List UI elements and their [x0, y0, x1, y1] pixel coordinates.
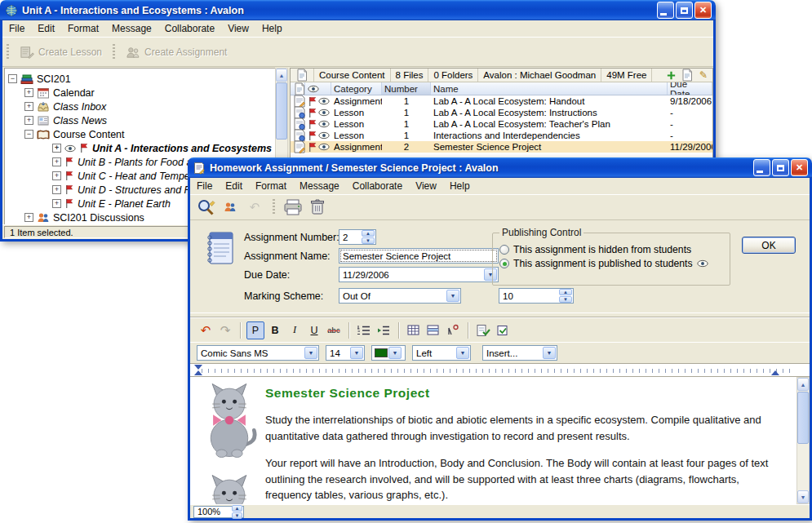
strikethrough-button[interactable]: abc: [325, 321, 343, 339]
scroll-down-icon[interactable]: ▼: [797, 490, 809, 503]
col-due-date[interactable]: Due Date: [668, 82, 712, 95]
create-lesson-button[interactable]: Create Lesson: [13, 42, 109, 62]
search-button[interactable]: [195, 197, 216, 218]
zoom-stepper[interactable]: 100% ▲▼: [193, 506, 244, 518]
menu-view[interactable]: View: [409, 178, 443, 195]
scroll-up-icon[interactable]: ▲: [276, 69, 287, 82]
col-visibility[interactable]: [305, 82, 331, 95]
chevron-down-icon[interactable]: ▼: [446, 290, 459, 302]
tree-item-course-content[interactable]: − Course Content: [5, 127, 275, 141]
create-assignment-button[interactable]: Create Assignment: [119, 42, 233, 62]
font-color-dropdown[interactable]: ▼: [371, 345, 406, 361]
ok-button[interactable]: OK: [742, 237, 796, 254]
collapse-icon[interactable]: −: [24, 130, 33, 139]
spell-check-button[interactable]: [474, 321, 492, 339]
redo-button[interactable]: ↷: [216, 321, 234, 339]
ruler[interactable]: [190, 363, 810, 377]
scroll-thumb[interactable]: [276, 82, 287, 140]
chevron-down-icon[interactable]: ▼: [304, 347, 317, 359]
tree-item-calendar[interactable]: + Calendar: [5, 86, 275, 100]
paragraph-style-button[interactable]: P: [246, 321, 264, 339]
edit-button[interactable]: ✎: [696, 69, 711, 82]
scroll-thumb[interactable]: [797, 392, 809, 444]
close-button[interactable]: ✕: [791, 159, 808, 176]
underline-button[interactable]: U: [305, 321, 323, 339]
list-row-selected[interactable]: Assignment 2 Semester Science Project 11…: [291, 141, 712, 153]
chevron-down-icon[interactable]: ▼: [543, 347, 556, 359]
due-date-dropdown[interactable]: 11/29/2006 ▼: [339, 267, 499, 282]
chevron-down-icon[interactable]: ▼: [456, 347, 469, 359]
front-titlebar[interactable]: Homework Assignment / Semester Science P…: [188, 157, 812, 178]
col-category[interactable]: Category: [331, 82, 382, 95]
tree-item-sci201[interactable]: − SCI201: [5, 72, 275, 86]
expand-icon[interactable]: +: [52, 185, 61, 194]
col-type-icon[interactable]: [291, 82, 305, 95]
list-row[interactable]: Lesson 1 Interactions and Interdependenc…: [291, 130, 712, 141]
menu-help[interactable]: Help: [255, 20, 289, 38]
assignment-name-field[interactable]: [339, 248, 499, 264]
members-button[interactable]: [220, 197, 241, 218]
menu-collaborate[interactable]: Collaborate: [346, 178, 409, 195]
insert-table-button[interactable]: [405, 321, 423, 339]
tree-item-unit-a[interactable]: + Unit A - Interactions and Ecosystems: [5, 141, 275, 155]
insert-row-button[interactable]: [424, 321, 442, 339]
list-row[interactable]: Assignment 1 Lab A - A Local Ecosystem: …: [291, 95, 712, 107]
close-button[interactable]: ✕: [694, 2, 712, 19]
scroll-up-icon[interactable]: ▲: [797, 378, 809, 391]
alignment-dropdown[interactable]: Left ▼: [412, 345, 471, 361]
indent-list-button[interactable]: [375, 321, 393, 339]
tree-item-class-news[interactable]: + Class News: [5, 113, 275, 127]
spin-up-icon[interactable]: ▲: [362, 230, 375, 237]
insert-dropdown[interactable]: Insert... ▼: [482, 345, 557, 361]
list-row[interactable]: Lesson 1 Lab A - A Local Ecosystem: Teac…: [291, 118, 712, 130]
superscript-button[interactable]: [444, 321, 462, 339]
document-editor[interactable]: Semester Science Project Study the inter…: [190, 377, 810, 504]
menu-view[interactable]: View: [221, 20, 255, 38]
radio-hidden[interactable]: [499, 245, 509, 255]
col-number[interactable]: Number: [382, 82, 431, 95]
maximize-button[interactable]: [676, 2, 693, 19]
expand-icon[interactable]: +: [52, 171, 61, 180]
editor-scrollbar[interactable]: ▲ ▼: [796, 377, 810, 504]
spin-down-icon[interactable]: ▼: [362, 237, 375, 244]
published-option[interactable]: This assignment is published to students: [499, 258, 723, 269]
collapse-icon[interactable]: −: [8, 74, 17, 83]
expand-icon[interactable]: +: [24, 213, 33, 222]
expand-icon[interactable]: +: [24, 88, 33, 97]
add-item-button[interactable]: [663, 69, 678, 82]
right-margin-marker[interactable]: [771, 370, 779, 375]
indent-marker[interactable]: [194, 365, 202, 370]
marking-points-stepper[interactable]: 10 ▲▼: [499, 288, 574, 304]
spin-up-icon[interactable]: ▲: [232, 505, 242, 512]
spin-down-icon[interactable]: ▼: [232, 512, 242, 519]
delete-button[interactable]: [307, 197, 328, 218]
expand-icon[interactable]: +: [52, 144, 61, 153]
marking-scheme-dropdown[interactable]: Out Of ▼: [339, 288, 461, 304]
checkbox-button[interactable]: [494, 321, 512, 339]
spin-up-icon[interactable]: ▲: [559, 289, 572, 295]
expand-icon[interactable]: +: [24, 116, 33, 125]
document-body[interactable]: Semester Science Project Study the inter…: [265, 383, 788, 504]
font-family-dropdown[interactable]: Comic Sans MS ▼: [197, 345, 319, 361]
history-back-button[interactable]: ↶: [244, 197, 265, 218]
expand-icon[interactable]: +: [52, 157, 61, 166]
expand-icon[interactable]: +: [24, 102, 33, 111]
menu-help[interactable]: Help: [443, 178, 477, 195]
menu-edit[interactable]: Edit: [219, 178, 249, 195]
col-name[interactable]: Name: [431, 82, 668, 95]
menu-edit[interactable]: Edit: [31, 20, 61, 38]
spin-down-icon[interactable]: ▼: [559, 296, 572, 303]
new-document-button[interactable]: [680, 69, 694, 82]
minimize-button[interactable]: [657, 2, 674, 19]
assignment-number-stepper[interactable]: 2 ▲▼: [339, 229, 376, 245]
menu-message[interactable]: Message: [105, 20, 158, 38]
expand-icon[interactable]: +: [52, 199, 61, 208]
indent-marker[interactable]: [194, 370, 202, 375]
menu-message[interactable]: Message: [293, 178, 346, 195]
print-button[interactable]: [282, 197, 304, 218]
radio-published[interactable]: [499, 259, 509, 268]
undo-button[interactable]: ↶: [197, 321, 215, 339]
chevron-down-icon[interactable]: ▼: [388, 347, 402, 359]
hidden-option[interactable]: This assignment is hidden from students: [499, 244, 723, 255]
minimize-button[interactable]: [753, 159, 770, 176]
